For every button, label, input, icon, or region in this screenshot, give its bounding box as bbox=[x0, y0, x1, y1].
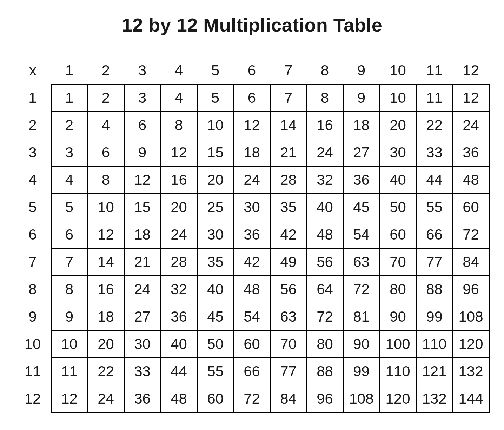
row-header: 6 bbox=[15, 221, 51, 248]
table-cell: 45 bbox=[197, 303, 234, 330]
table-cell: 12 bbox=[453, 84, 489, 112]
table-cell: 1 bbox=[51, 84, 88, 112]
table-row: 12 12 24 36 48 60 72 84 96 108 120 132 1… bbox=[15, 385, 489, 412]
table-row: 11 11 22 33 44 55 66 77 88 99 110 121 13… bbox=[15, 358, 489, 385]
table-cell: 4 bbox=[88, 112, 124, 139]
table-cell: 30 bbox=[124, 330, 161, 358]
table-cell: 11 bbox=[51, 358, 88, 385]
table-cell: 66 bbox=[416, 221, 453, 248]
table-cell: 44 bbox=[416, 166, 453, 194]
table-cell: 40 bbox=[161, 330, 197, 358]
table-cell: 30 bbox=[234, 194, 270, 221]
table-cell: 32 bbox=[161, 276, 197, 303]
table-cell: 4 bbox=[51, 166, 88, 194]
page-title: 12 by 12 Multiplication Table bbox=[8, 14, 496, 36]
table-cell: 42 bbox=[234, 248, 270, 276]
table-cell: 72 bbox=[234, 385, 270, 412]
multiplication-table-page: 12 by 12 Multiplication Table x 1 2 3 4 … bbox=[0, 0, 504, 427]
table-cell: 24 bbox=[453, 112, 489, 139]
table-cell: 18 bbox=[124, 221, 161, 248]
table-cell: 80 bbox=[380, 276, 416, 303]
table-cell: 100 bbox=[380, 330, 416, 358]
table-cell: 10 bbox=[197, 112, 234, 139]
table-cell: 10 bbox=[380, 84, 416, 112]
row-header: 9 bbox=[15, 303, 51, 330]
table-cell: 63 bbox=[343, 248, 380, 276]
table-cell: 6 bbox=[51, 221, 88, 248]
table-cell: 30 bbox=[380, 139, 416, 166]
table-cell: 24 bbox=[124, 276, 161, 303]
table-cell: 88 bbox=[307, 358, 343, 385]
table-cell: 33 bbox=[124, 358, 161, 385]
table-cell: 24 bbox=[307, 139, 343, 166]
table-cell: 50 bbox=[380, 194, 416, 221]
table-cell: 7 bbox=[270, 84, 307, 112]
table-cell: 54 bbox=[234, 303, 270, 330]
table-cell: 22 bbox=[88, 358, 124, 385]
multiplication-table: x 1 2 3 4 5 6 7 8 9 10 11 12 1 1 2 3 4 5… bbox=[15, 57, 490, 413]
table-cell: 96 bbox=[453, 276, 489, 303]
table-cell: 27 bbox=[343, 139, 380, 166]
table-cell: 6 bbox=[124, 112, 161, 139]
col-header: 3 bbox=[124, 57, 161, 84]
table-cell: 63 bbox=[270, 303, 307, 330]
table-cell: 40 bbox=[380, 166, 416, 194]
table-cell: 18 bbox=[234, 139, 270, 166]
table-cell: 56 bbox=[307, 248, 343, 276]
table-cell: 9 bbox=[343, 84, 380, 112]
table-row: 1 1 2 3 4 5 6 7 8 9 10 11 12 bbox=[15, 84, 489, 112]
table-cell: 48 bbox=[234, 276, 270, 303]
table-cell: 99 bbox=[343, 358, 380, 385]
table-cell: 99 bbox=[416, 303, 453, 330]
table-cell: 32 bbox=[307, 166, 343, 194]
table-cell: 30 bbox=[197, 221, 234, 248]
table-row: 8 8 16 24 32 40 48 56 64 72 80 88 96 bbox=[15, 276, 489, 303]
col-header: 12 bbox=[453, 57, 489, 84]
table-cell: 24 bbox=[88, 385, 124, 412]
table-cell: 14 bbox=[88, 248, 124, 276]
table-header-row: x 1 2 3 4 5 6 7 8 9 10 11 12 bbox=[15, 57, 489, 84]
table-cell: 36 bbox=[161, 303, 197, 330]
table-cell: 90 bbox=[343, 330, 380, 358]
table-cell: 60 bbox=[197, 385, 234, 412]
row-header: 10 bbox=[15, 330, 51, 358]
table-cell: 9 bbox=[124, 139, 161, 166]
table-cell: 25 bbox=[197, 194, 234, 221]
table-cell: 16 bbox=[161, 166, 197, 194]
table-cell: 16 bbox=[307, 112, 343, 139]
row-header: 4 bbox=[15, 166, 51, 194]
table-cell: 28 bbox=[270, 166, 307, 194]
table-cell: 108 bbox=[453, 303, 489, 330]
table-cell: 72 bbox=[343, 276, 380, 303]
table-cell: 48 bbox=[453, 166, 489, 194]
table-cell: 72 bbox=[307, 303, 343, 330]
row-header: 1 bbox=[15, 84, 51, 112]
table-cell: 40 bbox=[197, 276, 234, 303]
col-header: 6 bbox=[234, 57, 270, 84]
table-cell: 54 bbox=[343, 221, 380, 248]
table-cell: 64 bbox=[307, 276, 343, 303]
col-header: 11 bbox=[416, 57, 453, 84]
table-cell: 33 bbox=[416, 139, 453, 166]
table-cell: 6 bbox=[234, 84, 270, 112]
corner-cell: x bbox=[15, 57, 51, 84]
table-cell: 28 bbox=[161, 248, 197, 276]
table-cell: 70 bbox=[270, 330, 307, 358]
table-cell: 10 bbox=[88, 194, 124, 221]
table-cell: 3 bbox=[51, 139, 88, 166]
table-cell: 81 bbox=[343, 303, 380, 330]
table-cell: 8 bbox=[51, 276, 88, 303]
table-cell: 35 bbox=[270, 194, 307, 221]
row-header: 5 bbox=[15, 194, 51, 221]
table-cell: 49 bbox=[270, 248, 307, 276]
table-cell: 50 bbox=[197, 330, 234, 358]
table-cell: 77 bbox=[270, 358, 307, 385]
table-cell: 121 bbox=[416, 358, 453, 385]
table-cell: 40 bbox=[307, 194, 343, 221]
col-header: 9 bbox=[343, 57, 380, 84]
table-row: 9 9 18 27 36 45 54 63 72 81 90 99 108 bbox=[15, 303, 489, 330]
table-cell: 12 bbox=[51, 385, 88, 412]
table-cell: 10 bbox=[51, 330, 88, 358]
table-cell: 14 bbox=[270, 112, 307, 139]
table-cell: 5 bbox=[197, 84, 234, 112]
